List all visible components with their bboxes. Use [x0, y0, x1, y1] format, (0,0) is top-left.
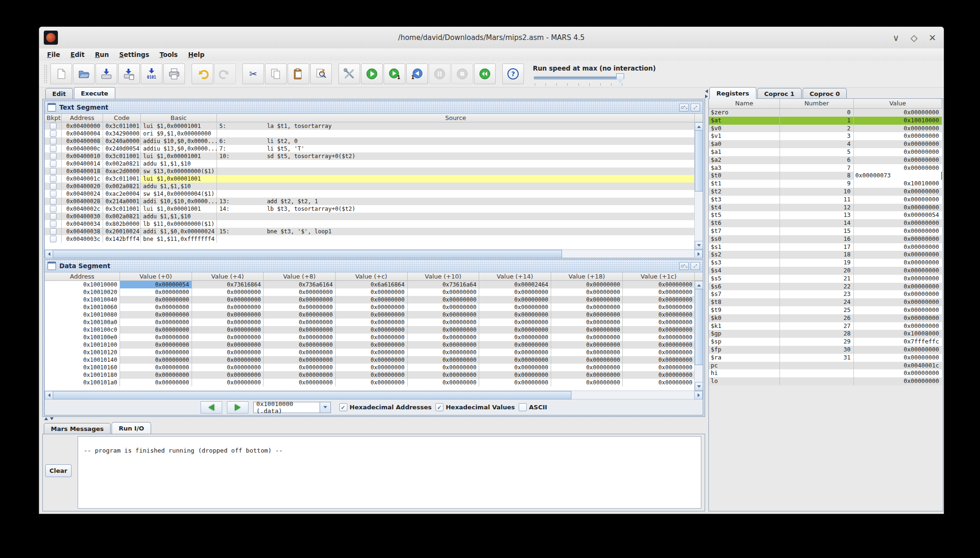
memory-value-cell[interactable]: 0x00000000	[120, 334, 192, 341]
breakpoint-checkbox[interactable]	[50, 206, 56, 212]
checkbox-hexadecimal-values[interactable]: ✓Hexadecimal Values	[435, 403, 515, 411]
memory-value-cell[interactable]: 0x00000000	[551, 356, 623, 364]
breakpoint-checkbox[interactable]	[50, 236, 56, 242]
memory-value-cell[interactable]: 0x00000000	[551, 334, 623, 341]
text-segment-titlebar[interactable]: Text Segment ▫⤡ ⤢	[45, 101, 703, 114]
tab-execute[interactable]: Execute	[74, 87, 115, 99]
save-as-button[interactable]	[118, 64, 140, 84]
memory-value-cell[interactable]: 0x00000000	[623, 379, 695, 386]
assemble-button[interactable]	[338, 64, 360, 84]
reset-button[interactable]	[474, 64, 496, 84]
memory-value-cell[interactable]: 0x00000000	[264, 326, 336, 334]
scrollbar-thumb[interactable]	[695, 289, 703, 365]
memory-value-cell[interactable]: 0x00000000	[551, 296, 623, 303]
register-value[interactable]: 0x00000000	[854, 306, 942, 314]
memory-value-cell[interactable]: 0x00000000	[264, 341, 336, 349]
checkbox-hexadecimal-addresses[interactable]: ✓Hexadecimal Addresses	[339, 403, 432, 411]
checkbox-box[interactable]: ✓	[339, 403, 347, 411]
paste-button[interactable]	[288, 64, 309, 84]
memory-value-cell[interactable]: 0x00000000	[408, 303, 480, 311]
register-value[interactable]: 0x00000000	[854, 251, 942, 259]
memory-value-cell[interactable]: 0x00000000	[120, 326, 192, 334]
scroll-right-button[interactable]	[694, 250, 703, 258]
horizontal-splitter[interactable]	[42, 416, 707, 421]
scroll-left-button[interactable]	[45, 250, 53, 258]
data-segment-horizontal-scrollbar[interactable]	[45, 391, 703, 399]
memory-value-cell[interactable]: 0x00000000	[264, 288, 336, 296]
memory-value-cell[interactable]: 0x00000000	[408, 341, 480, 349]
tab-coproc-1[interactable]: Coproc 1	[757, 88, 802, 99]
memory-value-cell[interactable]: 0x00000000	[479, 341, 551, 349]
scroll-up-button[interactable]	[695, 122, 703, 131]
tab-registers[interactable]: Registers	[709, 87, 756, 99]
register-value[interactable]: 0x00000000	[854, 290, 942, 298]
register-value[interactable]: 0x00000000	[854, 243, 942, 251]
menu-file[interactable]: File	[42, 50, 65, 59]
memory-value-cell[interactable]: 0x00000000	[551, 371, 623, 379]
dump-memory-button[interactable]: 0101	[141, 64, 162, 84]
memory-value-cell[interactable]: 0x00000000	[192, 311, 264, 319]
memory-value-cell[interactable]: 0x00000000	[479, 364, 551, 371]
register-value[interactable]: 0x00000000	[854, 204, 942, 212]
run-button[interactable]	[361, 64, 383, 84]
register-value[interactable]: 0x00000073	[854, 172, 942, 180]
register-value[interactable]: 0x00000000	[854, 369, 942, 377]
register-value[interactable]: 0x00000000	[854, 156, 942, 164]
tab-coproc-0[interactable]: Coproc 0	[803, 88, 847, 99]
iconify-icon[interactable]: ▫⤡	[679, 104, 689, 112]
memory-value-cell[interactable]: 0x00000000	[192, 326, 264, 334]
tab-mars-messages[interactable]: Mars Messages	[44, 423, 111, 434]
memory-value-cell[interactable]: 0x00000000	[408, 311, 480, 319]
menu-help[interactable]: Help	[183, 50, 210, 59]
memory-value-cell[interactable]: 0x00000000	[623, 281, 695, 288]
register-value[interactable]: 0x00000000	[854, 377, 942, 385]
breakpoint-checkbox[interactable]	[50, 130, 56, 137]
memory-value-cell[interactable]: 0x00000000	[336, 288, 408, 296]
memory-value-cell[interactable]: 0x00000000	[192, 356, 264, 364]
memory-value-cell[interactable]: 0x00000000	[336, 326, 408, 334]
iconify-icon[interactable]: ▫⤡	[679, 262, 689, 270]
maximize-frame-icon[interactable]: ⤢	[691, 104, 700, 112]
register-value[interactable]: 0x10010000	[854, 117, 942, 125]
breakpoint-checkbox[interactable]	[50, 153, 56, 159]
memory-value-cell[interactable]: 0x00000000	[623, 364, 695, 371]
memory-value-cell[interactable]: 0x00000000	[336, 334, 408, 341]
breakpoint-checkbox[interactable]	[50, 183, 56, 190]
register-value[interactable]: 0x0040001c	[854, 362, 942, 370]
memory-value-cell[interactable]: 0x00000000	[120, 364, 192, 371]
breakpoint-checkbox[interactable]	[50, 213, 56, 220]
memory-value-cell[interactable]: 0x00000000	[120, 288, 192, 296]
memory-value-cell[interactable]: 0x00000000	[479, 296, 551, 303]
checkbox-box[interactable]: ✓	[435, 403, 443, 411]
register-value[interactable]: 0x00000000	[854, 109, 942, 117]
undo-button[interactable]	[192, 64, 213, 84]
memory-value-cell[interactable]: 0x00000000	[551, 379, 623, 386]
text-segment-horizontal-scrollbar[interactable]	[45, 249, 703, 258]
memory-value-cell[interactable]: 0x00000000	[336, 319, 408, 326]
register-value[interactable]: 0x00000000	[854, 346, 942, 354]
memory-value-cell[interactable]: 0x00000000	[192, 303, 264, 311]
memory-value-cell[interactable]: 0x00000000	[336, 364, 408, 371]
text-segment-vertical-scrollbar[interactable]	[694, 122, 703, 249]
register-value[interactable]: 0x00000000	[854, 259, 942, 267]
memory-value-cell[interactable]: 0x00000000	[479, 326, 551, 334]
memory-value-cell[interactable]: 0x00000000	[408, 319, 480, 326]
memory-value-cell[interactable]: 0x00000000	[408, 364, 480, 371]
memory-value-cell[interactable]: 0x00000000	[192, 288, 264, 296]
splitter-collapse-left-icon[interactable]	[705, 89, 708, 93]
data-segment-titlebar[interactable]: Data Segment ▫⤡ ⤢	[45, 260, 703, 272]
breakpoint-checkbox[interactable]	[50, 175, 56, 182]
maximize-frame-icon[interactable]: ⤢	[691, 262, 700, 270]
memory-value-cell[interactable]: 0x00000000	[479, 288, 551, 296]
memory-value-cell[interactable]: 0x00000000	[551, 303, 623, 311]
memory-value-cell[interactable]: 0x00000000	[551, 341, 623, 349]
memory-value-cell[interactable]: 0x00000000	[479, 319, 551, 326]
memory-value-cell[interactable]: 0x00000000	[336, 371, 408, 379]
memory-value-cell[interactable]: 0x73616864	[192, 281, 264, 288]
tab-run-i-o[interactable]: Run I/O	[112, 422, 151, 434]
memory-value-cell[interactable]: 0x00000000	[264, 349, 336, 356]
register-value[interactable]: 0x00000000	[854, 354, 942, 362]
scrollbar-thumb[interactable]	[53, 391, 571, 399]
memory-value-cell[interactable]: 0x00000000	[408, 371, 480, 379]
register-value-edit-field[interactable]: 0x00000073	[854, 172, 942, 180]
